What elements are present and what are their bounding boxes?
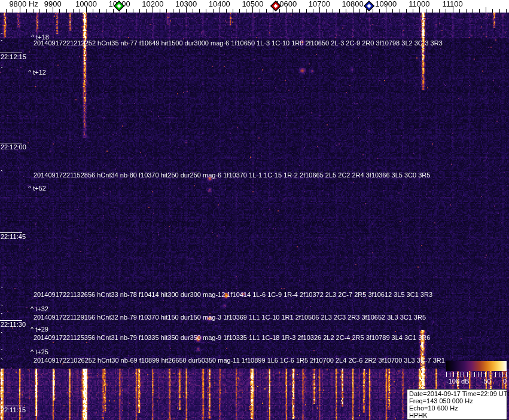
freq-tick-label: 9800 Hz (9, 0, 38, 8)
relative-time-text: ^ t+32 (31, 306, 48, 312)
detection-text: 20140917221152856 hCnt34 nb-80 f10370 hi… (33, 172, 430, 179)
relative-time-text: ^ t+12 (28, 69, 46, 76)
info-panel: Date=2014-09-17 Time=22:09 UTC Freq=143 … (407, 389, 507, 420)
freq-tick-label: 10300 (175, 0, 197, 8)
edge-tick-mark: ` (1, 360, 3, 364)
edge-tick-mark: ` (1, 171, 3, 176)
colorbar-gradient (446, 361, 507, 371)
colorbar-mid-label: -50 (481, 378, 491, 385)
time-label: 22:11:15 (1, 406, 26, 413)
relative-time-text: ^ t+25 (31, 349, 48, 355)
colorbar-min-label: -100 dB (446, 378, 470, 385)
red-diamond-marker[interactable] (270, 1, 281, 11)
spectrogram-app-window: 9800 Hz990010000101001020010300104001050… (0, 0, 509, 420)
info-station: HPHK (409, 412, 507, 419)
colorbar-labels: -100 dB -50 0 (446, 378, 507, 385)
info-echo: Echo=10 600 Hz (409, 404, 507, 412)
colorbar-max-label: 0 (503, 378, 507, 385)
edge-tick-mark: ` (1, 350, 3, 355)
blue-diamond-marker[interactable] (364, 1, 374, 11)
colorbar: -100 dB -50 0 (446, 361, 507, 385)
time-label: 22:11:45 (1, 233, 26, 240)
time-label: 22:12:00 (1, 143, 26, 151)
freq-tick-label: 10900 (375, 0, 397, 8)
detection-text: 20140917221212252 hCnt35 nb-77 f10649 hi… (33, 40, 443, 47)
edge-tick-mark: ` (1, 41, 3, 46)
detection-text: 20140917221132656 hCnt33 nb-78 f10414 hi… (33, 292, 432, 298)
info-date-time: Date=2014-09-17 Time=22:09 UTC (409, 390, 507, 397)
edge-tick-mark: ` (1, 306, 3, 311)
freq-tick-label: 10000 (75, 0, 97, 8)
freq-tick-label: 10800 (342, 0, 363, 8)
colorbar-ticks (446, 372, 507, 377)
edge-tick-mark: ` (1, 314, 3, 319)
edge-tick-mark: ` (1, 333, 3, 338)
relative-time-text: ^ t+52 (28, 185, 46, 192)
freq-tick-label: 11000 (409, 0, 429, 8)
freq-tick-label: 10700 (309, 0, 330, 8)
freq-tick-label: 10400 (209, 0, 230, 8)
detection-text: 20140917221125356 hCnt31 nb-79 f10335 hi… (33, 335, 430, 341)
relative-time-text: ^ t+29 (31, 326, 48, 333)
detection-text: 20140917221129156 hCnt32 nb-79 f10370 hi… (33, 314, 426, 321)
detection-text: 20140917221026252 hCnt30 nb-69 f10899 hi… (33, 357, 445, 364)
time-label: 22:12:15 (1, 53, 26, 60)
edge-tick-mark: ` (1, 34, 3, 39)
freq-tick-label: 9900 (44, 0, 62, 8)
info-frequency: Freq=143 050 000 Hz (409, 397, 507, 404)
freq-tick-label: 11100 (443, 0, 463, 8)
time-label: 22:11:30 (1, 321, 26, 328)
freq-tick-label: 10200 (142, 0, 163, 8)
freq-tick-label: 10500 (242, 0, 263, 8)
edge-tick-mark: ` (1, 68, 3, 73)
edge-tick-mark: ` (1, 288, 3, 293)
green-diamond-marker[interactable] (114, 1, 124, 11)
